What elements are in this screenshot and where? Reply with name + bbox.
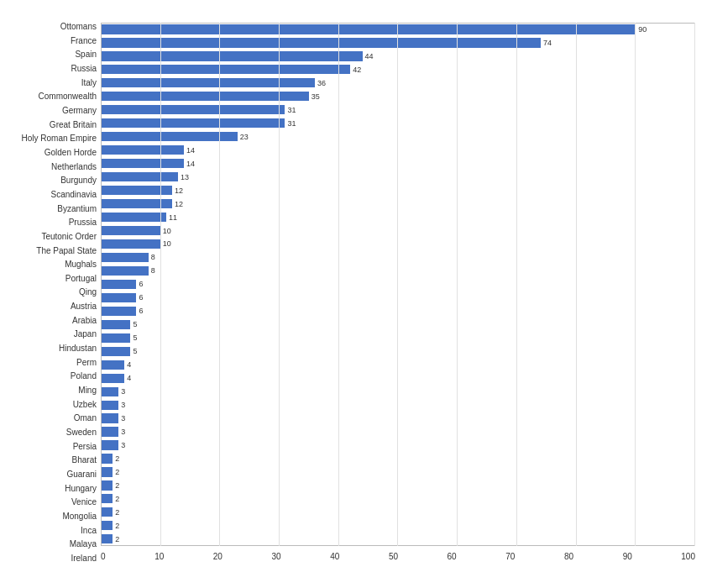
bar-wrap: 3 [101,440,695,449]
bar [101,105,285,114]
bar-wrap: 5 [101,333,695,343]
bar-value: 23 [240,133,249,141]
bar-value: 44 [365,52,374,60]
bar [101,374,124,383]
bar [101,78,315,87]
bar-row: 90 [101,23,695,36]
y-label: Teutonic Order [41,233,97,241]
bar [101,92,309,101]
bar-row: 23 [101,130,695,144]
x-label: 90 [623,552,632,561]
bar [101,280,136,289]
bar-value: 3 [121,387,125,396]
bar [101,494,113,503]
bar [101,360,124,370]
bar-wrap: 8 [101,253,695,262]
chart-area: OttomansFranceSpainRussiaItalyCommonweal… [8,23,695,563]
x-label: 60 [448,552,457,561]
bar-wrap: 36 [101,78,695,87]
bar-wrap: 12 [101,199,695,208]
y-label: Arabia [72,317,97,325]
bar-row: 2 [101,519,695,533]
bar-row: 3 [101,425,695,438]
y-label: Austria [71,302,97,311]
bar-value: 90 [638,25,647,34]
y-label: Netherlands [51,163,97,171]
y-label: Burgundy [60,176,97,185]
bar-wrap: 35 [101,92,695,101]
bar-value: 8 [151,266,155,275]
y-label: Malaya [70,540,97,549]
y-label: Poland [71,372,97,381]
bar-value: 2 [115,468,119,476]
bar-row: 42 [101,63,695,76]
bar [101,132,238,141]
bar-wrap: 5 [101,347,695,356]
bar-value: 31 [287,119,296,128]
y-label: Byzantium [57,205,97,213]
bar-wrap: 2 [101,467,695,476]
bar-value: 8 [151,253,155,261]
bar [101,65,350,74]
bar [101,467,113,476]
bar-value: 3 [121,428,125,436]
y-label: Golden Horde [44,149,97,157]
bar-wrap: 6 [101,293,695,302]
bar [101,51,363,60]
y-label: France [71,37,97,45]
bar-row: 2 [101,452,695,465]
x-label: 50 [389,552,398,561]
bar [101,253,149,262]
bar-row: 5 [101,318,695,331]
bar-row: 12 [101,184,695,197]
bar-row: 4 [101,358,695,371]
bar-row: 5 [101,331,695,344]
bar-value: 14 [186,160,195,168]
y-label: Ottomans [60,23,97,31]
bar-row: 44 [101,50,695,63]
bar [101,440,118,449]
bar-wrap: 3 [101,387,695,396]
bar-wrap: 31 [101,105,695,114]
bar-value: 11 [169,213,177,222]
bar-wrap: 2 [101,521,695,530]
bar-wrap: 14 [101,145,695,155]
bar-row: 36 [101,76,695,90]
bar-wrap: 10 [101,239,695,249]
bar-wrap: 2 [101,480,695,490]
x-axis: 0102030405060708090100 [101,546,695,563]
y-label: Guarani [66,470,97,479]
bar-row: 3 [101,398,695,412]
bar [101,38,541,47]
bar-row: 10 [101,224,695,238]
bar-value: 3 [121,401,125,409]
bar-value: 5 [133,347,137,355]
bar-value: 3 [121,441,125,449]
bar [101,266,149,276]
bar-value: 5 [133,333,137,342]
y-label: Portugal [65,275,97,283]
bar-row: 2 [101,533,695,546]
bar-wrap: 10 [101,226,695,235]
y-label: Ming [78,386,97,395]
bar [101,118,285,128]
bar-row: 2 [101,465,695,479]
bar-value: 2 [115,535,119,543]
chart-container: OttomansFranceSpainRussiaItalyCommonweal… [0,0,712,588]
bar [101,145,184,155]
y-label: Prussia [69,218,97,227]
bar-wrap: 14 [101,159,695,168]
y-label: Hungary [65,485,97,493]
bar [101,24,636,34]
y-label: Qing [79,288,97,297]
bar-wrap: 6 [101,307,695,316]
bar-value: 2 [115,481,119,490]
bar-wrap: 44 [101,51,695,60]
bar [101,239,160,249]
bar [101,521,113,530]
bar-value: 6 [139,293,143,302]
bar-row: 8 [101,264,695,277]
bar-wrap: 3 [101,401,695,410]
y-label: Mongolia [62,512,97,521]
bar-row: 11 [101,211,695,224]
